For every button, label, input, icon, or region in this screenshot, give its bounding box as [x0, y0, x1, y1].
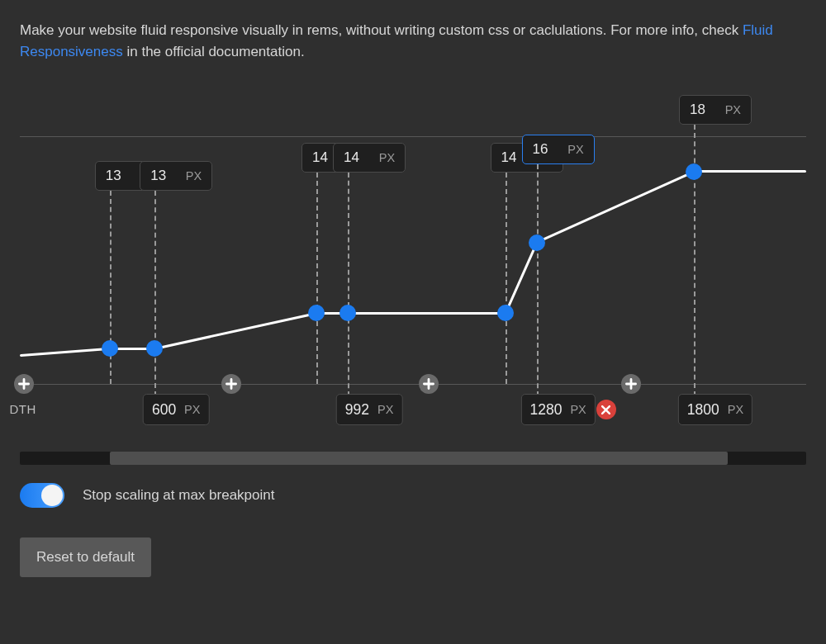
- chart-guide-line: [348, 173, 349, 396]
- chart-point[interactable]: [686, 163, 702, 180]
- plus-icon: [423, 378, 434, 390]
- unit-label: PX: [184, 403, 200, 416]
- chart-line-segment: [348, 312, 505, 315]
- breakpoint-value: 992: [345, 401, 369, 419]
- reset-to-default-button[interactable]: Reset to default: [20, 537, 151, 577]
- chart-point[interactable]: [497, 305, 514, 321]
- font-size-value-box[interactable]: 16PX: [522, 135, 595, 164]
- font-size-value-box[interactable]: 14PX: [333, 143, 406, 173]
- font-size-value: 18: [690, 102, 717, 118]
- breakpoint-value-box[interactable]: 992PX: [336, 394, 403, 425]
- chart-point[interactable]: [308, 305, 325, 321]
- chart-line-segment: [20, 348, 110, 357]
- intro-text: Make your website fluid responsive visua…: [20, 20, 806, 62]
- fluid-chart[interactable]: 13PX13PX600PX14PX14PX992PX14PX16PX1280PX…: [20, 70, 806, 417]
- breakpoint-value: 1800: [687, 401, 719, 419]
- plus-icon: [18, 378, 30, 390]
- intro-post: in the official documentation.: [123, 44, 305, 59]
- unit-label: PX: [186, 169, 202, 182]
- chart-line-segment: [504, 242, 538, 314]
- chart-guide-line: [506, 173, 507, 384]
- stop-scaling-toggle-knob: [41, 485, 63, 506]
- chart-scrollbar-thumb[interactable]: [110, 452, 727, 465]
- unit-label: PX: [379, 151, 395, 164]
- add-breakpoint-button[interactable]: [621, 374, 641, 394]
- chart-guide-line: [154, 191, 156, 396]
- chart-line-segment: [536, 170, 695, 243]
- breakpoint-value: 600: [152, 401, 176, 419]
- breakpoint-value-box[interactable]: 1280PX: [520, 394, 595, 425]
- add-breakpoint-button[interactable]: [14, 374, 34, 394]
- chart-scrollbar[interactable]: [20, 452, 806, 465]
- unit-label: PX: [570, 403, 586, 416]
- chart-line-segment: [694, 170, 806, 173]
- font-size-value: 14: [344, 149, 371, 166]
- chart-point[interactable]: [146, 340, 163, 357]
- intro-pre: Make your website fluid responsive visua…: [20, 22, 743, 38]
- plus-icon: [225, 378, 237, 390]
- font-size-value: 13: [150, 168, 178, 184]
- dth-label: DTH: [9, 402, 36, 416]
- chart-top-axis: [20, 136, 806, 137]
- breakpoint-value-box[interactable]: 1800PX: [678, 394, 752, 425]
- unit-label: PX: [728, 403, 743, 416]
- font-size-value-box[interactable]: 13PX: [140, 161, 212, 191]
- unit-label: PX: [377, 403, 393, 416]
- close-icon: [601, 405, 610, 414]
- add-breakpoint-button[interactable]: [221, 374, 241, 394]
- chart-line-segment: [154, 312, 316, 350]
- remove-breakpoint-button[interactable]: [596, 400, 616, 419]
- unit-label: PX: [567, 143, 583, 156]
- font-size-value-box[interactable]: 18PX: [679, 95, 752, 125]
- breakpoint-value-box[interactable]: 600PX: [143, 394, 210, 425]
- stop-scaling-toggle[interactable]: [20, 483, 64, 508]
- font-size-value: 16: [533, 141, 560, 158]
- chart-point[interactable]: [339, 305, 356, 321]
- chart-point[interactable]: [529, 234, 545, 251]
- chart-point[interactable]: [102, 340, 118, 357]
- unit-label: PX: [725, 103, 741, 116]
- breakpoint-value: 1280: [529, 401, 562, 419]
- font-size-value: 13: [106, 168, 133, 184]
- chart-guide-line: [537, 164, 539, 396]
- stop-scaling-toggle-label: Stop scaling at max breakpoint: [83, 487, 274, 504]
- chart-guide-line: [316, 173, 318, 384]
- chart-bottom-axis: [20, 384, 806, 385]
- add-breakpoint-button[interactable]: [419, 374, 439, 394]
- plus-icon: [625, 378, 637, 390]
